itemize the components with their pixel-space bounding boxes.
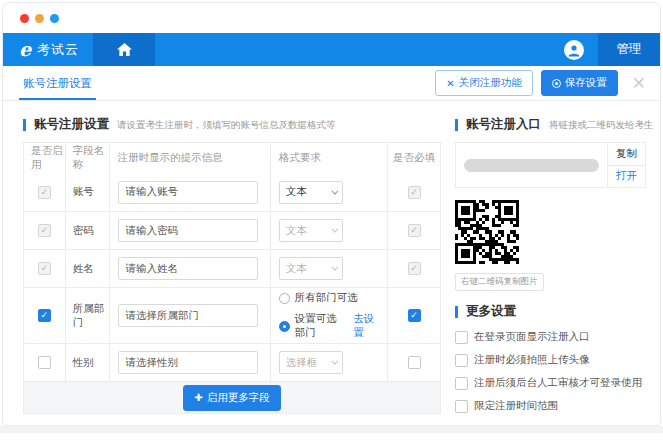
prompt-cell [110,173,271,211]
column-header: 格式要求 [271,143,388,173]
section-title: 账号注册设置 [34,116,109,133]
open-link-button[interactable]: 打开 [608,166,645,188]
enable-more-fields-button[interactable]: ✚ 启用更多字段 [183,385,280,411]
chevron-down-icon [331,187,338,194]
section-subtitle: 请设置考生注册时，须填写的账号信息及数据格式等 [117,119,336,132]
nav-admin-button[interactable]: 管理 [598,33,660,66]
prompt-cell [110,288,271,343]
prompt-cell [110,212,271,249]
table-row: ✓账号文本✓ [24,173,440,211]
enable-checkbox: ✓ [38,186,51,199]
section-accent-bar [23,119,26,131]
qr-code[interactable]: 右键二维码复制图片 [455,200,646,291]
tab-account-registration-settings[interactable]: 账号注册设置 [21,66,94,100]
enable-cell: ✓ [24,250,66,287]
tab-label: 账号注册设置 [23,76,92,91]
format-cell: 文本 [271,212,388,249]
field-name-cell: 密码 [66,212,110,249]
enable-checkbox[interactable]: ✓ [38,309,51,322]
enable-checkbox[interactable]: ✓ [38,356,51,369]
more-option-checkbox[interactable]: ✓ [455,331,468,344]
more-option-checkbox[interactable]: ✓ [455,377,468,390]
required-checkbox: ✓ [408,224,421,237]
logo-e-icon: e [19,40,31,59]
format-select: 文本 [279,257,343,280]
save-settings-button[interactable]: 保存设置 [541,70,618,96]
format-select[interactable]: 文本 [279,181,343,204]
more-setting-option[interactable]: ✓限定注册时间范围 [455,399,646,413]
table-row: ✓性别选择框✓ [24,343,440,381]
page-tabbar: 账号注册设置 ✕ 关闭注册功能 保存设置 ✕ [3,66,660,101]
column-header: 注册时显示的提示信息 [110,143,271,173]
active-tab-underline [19,98,96,100]
radio-option[interactable]: 设置可选部门去设置 [279,312,379,340]
section-accent-bar [455,119,458,131]
more-settings-title: 更多设置 [466,303,516,320]
brand-name: 考试云 [37,41,79,59]
minimize-window-dot[interactable] [35,14,44,23]
field-name-cell: 账号 [66,173,110,211]
required-cell: ✓ [388,212,440,249]
more-option-label: 注册后须后台人工审核才可登录使用 [474,376,642,390]
close-registration-button[interactable]: ✕ 关闭注册功能 [435,70,532,96]
radio-label: 所有部门可选 [295,291,358,305]
browser-window: e 考试云 管理 账号注册设置 ✕ 关闭注册 [2,2,661,426]
redacted-url-bar [464,159,599,172]
registration-link-box: 复制 打开 [455,142,646,188]
home-icon [117,43,132,57]
app-navbar: e 考试云 管理 [3,33,660,66]
prompt-input[interactable] [118,257,258,280]
field-name-cell: 所属部门 [66,288,110,343]
format-cell: 文本 [271,250,388,287]
fields-table: 是否启用字段名称注册时显示的提示信息格式要求是否必填 ✓账号文本✓✓密码文本✓✓… [23,142,441,414]
copy-link-button[interactable]: 复制 [608,143,645,166]
close-panel-icon[interactable]: ✕ [632,75,646,92]
expand-window-dot[interactable] [50,14,59,23]
prompt-input[interactable] [118,219,258,242]
enable-cell: ✓ [24,173,66,211]
qr-caption: 右键二维码复制图片 [455,273,544,291]
table-row: ✓姓名文本✓ [24,249,440,287]
format-select-value: 文本 [286,262,307,276]
required-cell: ✓ [388,344,440,381]
more-option-checkbox[interactable]: ✓ [455,400,468,413]
gear-icon [552,79,561,88]
radio-icon [279,293,290,304]
enable-cell: ✓ [24,344,66,381]
enable-checkbox: ✓ [38,262,51,275]
prompt-input[interactable] [118,351,258,374]
column-header: 是否启用 [24,143,66,173]
required-cell: ✓ [388,288,440,343]
prompt-input[interactable] [118,181,258,204]
user-avatar[interactable] [564,33,584,66]
field-name-cell: 性别 [66,344,110,381]
more-setting-option[interactable]: ✓注册时必须拍照上传头像 [455,353,646,367]
required-cell: ✓ [388,173,440,211]
radio-option[interactable]: 所有部门可选 [279,291,379,305]
nav-home-button[interactable] [93,33,155,66]
format-select-value: 选择框 [286,356,318,370]
more-option-checkbox[interactable]: ✓ [455,354,468,367]
table-header-row: 是否启用字段名称注册时显示的提示信息格式要求是否必填 [24,143,440,173]
required-cell: ✓ [388,250,440,287]
window-titlebar [3,3,660,33]
required-checkbox[interactable]: ✓ [408,309,421,322]
required-checkbox: ✓ [408,186,421,199]
radio-label: 设置可选部门 [295,312,347,340]
close-window-dot[interactable] [20,14,29,23]
format-radio-group: 所有部门可选设置可选部门去设置 [279,291,379,340]
required-checkbox[interactable]: ✓ [408,356,421,369]
chevron-down-icon [331,226,338,233]
more-setting-option[interactable]: ✓在登录页面显示注册入口 [455,330,646,344]
more-setting-option[interactable]: ✓注册后须后台人工审核才可登录使用 [455,376,646,390]
prompt-input[interactable] [118,304,258,327]
section-accent-bar [455,306,458,318]
x-icon: ✕ [446,78,454,89]
enable-cell: ✓ [24,288,66,343]
format-cell: 所有部门可选设置可选部门去设置 [271,288,388,343]
entry-title: 账号注册入口 [466,116,541,133]
format-select: 选择框 [279,351,343,374]
goto-settings-link[interactable]: 去设置 [353,312,379,340]
plus-icon: ✚ [194,392,202,403]
registration-url [456,143,607,187]
